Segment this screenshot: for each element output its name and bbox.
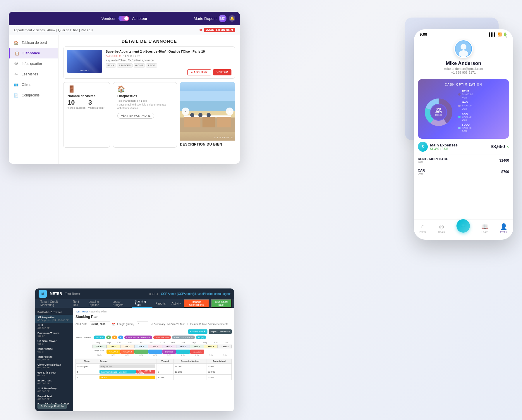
timeline-oct: Oct: [114, 341, 125, 344]
timeline-may: May: [200, 341, 210, 344]
filter-yr2[interactable]: ▪: [112, 336, 117, 339]
property-17th[interactable]: 610 17th Street 610 SF: [35, 370, 73, 378]
expenses-info: Main Expenses $1,350 +2.5%: [430, 143, 458, 151]
svg-rect-9: [198, 113, 202, 117]
photo-prev-button[interactable]: ‹: [182, 108, 189, 115]
nav-item-home[interactable]: ⌂ Home: [420, 223, 427, 233]
svg-text:20%: 20%: [435, 110, 442, 113]
start-date-input[interactable]: [90, 321, 110, 327]
nav-activity[interactable]: Activity: [169, 299, 184, 308]
sidebar-item-tableau[interactable]: 🏠 Tableau de bord: [9, 37, 58, 48]
add-property-button[interactable]: AJOUTER UN BIEN: [204, 28, 235, 32]
stacking-body: Portfolio Browser All Properties 40 Prop…: [35, 308, 234, 411]
nav-item-profile[interactable]: 👤 Profile: [500, 223, 508, 234]
stats-row: 🚪 Nombre de visites 10 visites passées 3…: [63, 82, 235, 148]
filter-apply[interactable]: Apply: [196, 336, 206, 339]
nav-stacking-plan[interactable]: Stacking Plan: [132, 299, 152, 308]
export-chart-black-button[interactable]: Export Chart Black: [209, 329, 232, 334]
mobile-status-bar: 9:09 ▌▌▌ 📶 🔋: [414, 29, 513, 37]
export-button[interactable]: Give Chart Back: [211, 299, 232, 308]
filter-yr3[interactable]: ▪: [118, 336, 123, 339]
donut-row: CAR 20% $700.00 RENT $1400.00 40%: [423, 90, 504, 135]
svg-text:CAR: CAR: [436, 108, 441, 110]
fab-add-button[interactable]: +: [456, 219, 470, 233]
car-dot: [458, 116, 461, 118]
rent-info: RENT / MORTGAGE 40%: [418, 157, 448, 164]
svg-text:$700.00: $700.00: [435, 114, 442, 116]
expenses-section: $ Main Expenses $1,350 +2.5% $3,650 ∧ RE…: [414, 139, 513, 177]
toggle-switch[interactable]: [119, 16, 129, 21]
legend-food: FOOD $700.00 20%: [458, 123, 504, 133]
filter-area-contractual[interactable]: Area · Contractual: [172, 336, 195, 339]
verify-profile-button[interactable]: VÉRIFIER MON PROFIL: [117, 113, 154, 119]
stacking-window: M METER Test Tower ⊞ ⊟ ⊡ CCP Admin (CCPA…: [35, 288, 234, 411]
filter-yr1[interactable]: ▪: [106, 336, 111, 339]
filter-occupied[interactable]: Occupied · Contractual: [124, 336, 152, 339]
nav-tenant-credit[interactable]: Tenant Credit Monitoring: [37, 299, 70, 308]
sidebar-item-compromis[interactable]: 📄 Compromis: [9, 90, 58, 101]
year-6-header: Year 6: [176, 345, 190, 348]
timeline-sep: Sep: [103, 341, 114, 344]
wifi-icon: 📶: [497, 32, 502, 37]
property-occ-test[interactable]: Occ Test 613,507 SF: [35, 409, 73, 411]
property-usbank[interactable]: US Bank Tower 615 SF: [35, 338, 73, 346]
property-import[interactable]: Import Test 613,507 SF: [35, 378, 73, 386]
property-tags: 46 m² 2 PIÈCES 0 CHB 1 SDB: [106, 63, 231, 68]
sidebar-item-visites[interactable]: 👁 Les visites: [9, 69, 58, 79]
svg-rect-5: [202, 117, 215, 127]
desc-title: DESCRIPTION DU BIEN: [180, 141, 235, 148]
profile-nav-icon: 👤: [500, 223, 507, 230]
nav-lease-budgets[interactable]: Lease Budgets: [110, 299, 132, 308]
filter-area[interactable]: Area · Actual: [153, 336, 171, 339]
nav-reports[interactable]: Reports: [152, 299, 169, 308]
more-options-button[interactable]: ⋮: [504, 33, 509, 39]
tag-surface: 46 m²: [106, 63, 116, 68]
all-properties-item[interactable]: All Properties 40 Properties | 74,113,88…: [35, 315, 73, 323]
map-icon: 🗺: [13, 61, 19, 66]
donut-svg: CAR 20% $700.00: [423, 96, 455, 128]
user-name: Marie Dupont: [194, 16, 217, 21]
start-date-field: 📅: [90, 321, 115, 327]
sidebar-item-annonce[interactable]: 📋 L'annonce: [9, 48, 58, 58]
tag-chb: 0 CHB: [134, 63, 145, 68]
add-property-section: ⊕ AJOUTER UN BIEN: [199, 28, 235, 32]
donut-title: CASH OPTIMIZATION: [423, 83, 504, 86]
nav-rent-roll[interactable]: Rent Roll: [70, 299, 86, 308]
export-buttons: Export Chart ⬇ Export Chart Black: [188, 329, 232, 334]
portfolio-browser-title: Portfolio Browser: [35, 310, 73, 315]
nav-item-goals[interactable]: ◎ Goals: [438, 223, 445, 234]
user-avatar: MD: [219, 15, 226, 22]
property-tabor-office[interactable]: Tabor Office 610 SF: [35, 346, 73, 354]
manage-connections-button[interactable]: Manage Connections: [184, 299, 209, 308]
sidebar-item-offres[interactable]: 💶 Offres: [9, 79, 58, 90]
pct-row: Nb 5 3 % 0 % 0 % 0 % 3 % 6 % 6 % 3 % 3 %: [92, 354, 232, 356]
chevron-up-icon: ∧: [506, 144, 509, 149]
notification-bell[interactable]: 🔔: [229, 15, 235, 22]
length-input[interactable]: [137, 321, 148, 327]
property-civic[interactable]: Civic Central Plaza 613,507 SF: [35, 362, 73, 370]
export-chart-button[interactable]: Export Chart ⬇: [188, 329, 207, 334]
property-report-test[interactable]: Report Test 613,507 SF: [35, 394, 73, 402]
property-1411[interactable]: 1411 413,507 SF: [35, 323, 73, 331]
visiter-button[interactable]: VISITER: [213, 69, 231, 75]
nav-leasing-pipeline[interactable]: Leasing Pipeline: [86, 299, 109, 308]
liberkeys-body: 🏠 Tableau de bord 📋 L'annonce 🗺 Infos qu…: [9, 35, 240, 164]
doc-icon: 📄: [13, 93, 19, 98]
dollar-icon: $: [418, 142, 428, 152]
home-nav-icon: ⌂: [421, 223, 425, 230]
breadcrumb-link[interactable]: Test Tower: [75, 310, 88, 313]
photo-next-button[interactable]: ›: [226, 108, 233, 115]
property-tabor-retail[interactable]: Tabor Retail 613,507 SF: [35, 354, 73, 362]
all-properties-name: All Properties: [37, 316, 71, 319]
sp-breadcrumb: Test Tower › Stacking Plan: [75, 310, 232, 313]
liberkeys-window: Vendeur Acheteur Marie Dupont MD 🔔 Appar…: [9, 12, 240, 164]
property-dominion[interactable]: Dominion Towers 610 SF: [35, 331, 73, 338]
mobile-time: 9:09: [420, 32, 427, 37]
nav-item-learn[interactable]: 📖 Learn: [481, 223, 489, 234]
sidebar-item-quartier[interactable]: 🗺 Infos quartier: [9, 58, 58, 69]
profile-avatar: [454, 39, 473, 58]
filter-vacant[interactable]: Vacant: [94, 336, 105, 339]
property-1411broadway[interactable]: 1411 Broadway 613,507 SF: [35, 386, 73, 394]
ajouter-button[interactable]: ♥ AJOUTER: [187, 69, 211, 75]
calendar-icon: 📅: [111, 323, 115, 326]
